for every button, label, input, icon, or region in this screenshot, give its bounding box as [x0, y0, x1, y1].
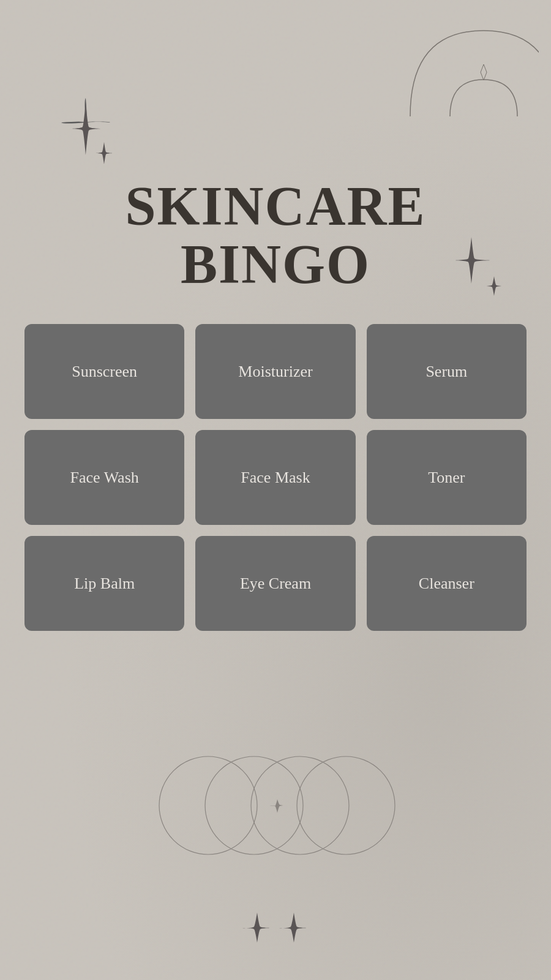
arch-decoration [392, 0, 539, 129]
bottom-sparkle-decoration [239, 910, 312, 946]
bingo-cell-label-serum: Serum [419, 356, 473, 387]
bingo-cell-serum[interactable]: Serum [367, 324, 527, 419]
bingo-cell-label-face-mask: Face Mask [234, 462, 316, 493]
bottom-circles-decoration [147, 753, 404, 858]
svg-point-0 [159, 756, 257, 854]
bingo-cell-face-wash[interactable]: Face Wash [24, 430, 184, 525]
bingo-cell-toner[interactable]: Toner [367, 430, 527, 525]
bingo-cell-face-mask[interactable]: Face Mask [195, 430, 355, 525]
bingo-cell-sunscreen[interactable]: Sunscreen [24, 324, 184, 419]
sparkle-right-decoration [447, 236, 505, 297]
bingo-cell-lip-balm[interactable]: Lip Balm [24, 536, 184, 631]
bingo-cell-label-face-wash: Face Wash [64, 462, 145, 493]
page-container: SKINCARE BINGO Sunscreen Moisturizer Ser… [0, 0, 551, 980]
bingo-cell-cleanser[interactable]: Cleanser [367, 536, 527, 631]
bingo-cell-moisturizer[interactable]: Moisturizer [195, 324, 355, 419]
svg-point-3 [297, 756, 395, 854]
bingo-cell-eye-cream[interactable]: Eye Cream [195, 536, 355, 631]
bingo-cell-label-toner: Toner [422, 462, 471, 493]
bingo-cell-label-lip-balm: Lip Balm [68, 568, 141, 599]
bingo-cell-label-eye-cream: Eye Cream [234, 568, 317, 599]
bingo-grid: Sunscreen Moisturizer Serum Face Wash Fa… [0, 324, 551, 631]
svg-point-2 [251, 756, 349, 854]
bingo-cell-label-cleanser: Cleanser [413, 568, 481, 599]
bingo-cell-label-sunscreen: Sunscreen [66, 356, 143, 387]
bingo-cell-label-moisturizer: Moisturizer [232, 356, 318, 387]
svg-point-1 [205, 756, 303, 854]
title-line1: SKINCARE [0, 178, 551, 236]
sparkle-topleft-decoration [58, 95, 119, 165]
